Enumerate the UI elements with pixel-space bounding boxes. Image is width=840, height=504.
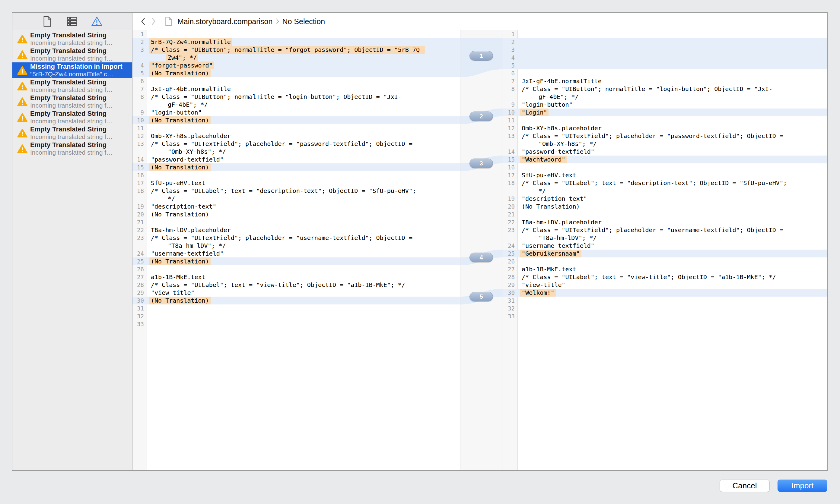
code-text: /* Class = "UILabel"; text = "descriptio…	[517, 179, 827, 187]
code-row: 31	[133, 304, 460, 312]
changed-text-highlight: /* Class = "UIButton"; normalTitle = "fo…	[149, 46, 425, 54]
line-number: 15	[502, 156, 517, 163]
code-row: "T8a-hm-lDV"; */	[133, 242, 460, 250]
code-text: /* Class = "UITextField"; placeholder = …	[147, 140, 460, 148]
issue-item[interactable]: Empty Translated StringIncoming translat…	[12, 78, 132, 94]
code-row: 26	[133, 265, 460, 273]
code-row: 18/* Class = "UILabel"; text = "descript…	[133, 187, 460, 195]
line-number: 15	[133, 163, 147, 171]
code-row: 30"Welkom!"	[502, 289, 827, 296]
line-number: 16	[502, 163, 517, 171]
code-row: 32	[133, 312, 460, 320]
back-button[interactable]	[138, 15, 148, 28]
code-row: 33	[133, 320, 460, 328]
issue-item[interactable]: Missing Translation in Import"5rB-7Q-Zw4…	[12, 62, 132, 78]
code-row: 17SfU-pu-eHV.text	[133, 179, 460, 187]
code-text	[147, 304, 460, 312]
line-number: 33	[133, 320, 147, 328]
changed-text-highlight: "Gebruikersnaam"	[520, 250, 581, 257]
line-number: 26	[502, 257, 517, 265]
issue-item[interactable]: Empty Translated StringIncoming translat…	[12, 94, 132, 109]
code-row: 5	[502, 61, 827, 69]
code-text: "view-title"	[147, 289, 460, 296]
code-row: 10(No Translation)	[133, 116, 460, 124]
line-number: 4	[133, 61, 147, 69]
line-number: 12	[133, 132, 147, 140]
issue-item[interactable]: Empty Translated StringIncoming translat…	[12, 31, 132, 47]
changed-text-highlight: 5rB-7Q-Zw4.normalTitle	[149, 38, 232, 46]
comparison-editor: 125rB-7Q-Zw4.normalTitle3/* Class = "UIB…	[133, 30, 827, 470]
code-row: 8/* Class = "UIButton"; normalTitle = "l…	[502, 85, 827, 93]
code-text: "username-textfield"	[517, 242, 827, 250]
line-number: 20	[502, 202, 517, 211]
code-row: 16	[133, 171, 460, 179]
import-button[interactable]: Import	[777, 480, 827, 492]
breadcrumb-selection[interactable]: No Selection	[282, 17, 325, 26]
line-number: 23	[502, 226, 517, 234]
code-row: 29"view-title"	[133, 289, 460, 296]
code-row: 26	[502, 257, 827, 265]
tab-file-document-icon[interactable]	[41, 16, 53, 27]
issue-item[interactable]: Empty Translated StringIncoming translat…	[12, 47, 132, 62]
code-row: 20(No Translation)	[133, 211, 460, 218]
breadcrumb-file[interactable]: Main.storyboard.comparison	[177, 17, 272, 26]
code-text: /* Class = "UIButton"; normalTitle = "fo…	[147, 46, 460, 54]
issue-item[interactable]: Empty Translated StringIncoming translat…	[12, 125, 132, 141]
navigator-tabs	[12, 13, 132, 30]
line-number: 8	[133, 93, 147, 101]
line-number: 17	[502, 171, 517, 179]
line-number: 2	[502, 38, 517, 46]
right-code-pane[interactable]: 1234567JxI-gF-4bE.normalTitle8/* Class =…	[502, 30, 827, 470]
code-text: "login-button"	[517, 101, 827, 109]
code-text: "Wachtwoord"	[517, 156, 827, 163]
line-number	[502, 187, 517, 195]
code-row: 31	[502, 296, 827, 304]
issue-subtitle: Incoming translated string f…	[30, 39, 113, 47]
code-text: "description-text"	[147, 202, 460, 211]
line-number: 28	[133, 281, 147, 289]
line-number: 31	[502, 296, 517, 304]
warning-icon	[17, 66, 28, 75]
changed-text-highlight: (No Translation)	[149, 257, 211, 265]
changed-text-highlight: (No Translation)	[149, 116, 211, 124]
code-text: */	[147, 195, 460, 202]
warning-icon	[17, 128, 28, 138]
tab-list-icon[interactable]	[66, 16, 78, 27]
code-row: 8/* Class = "UIButton"; normalTitle = "l…	[133, 93, 460, 101]
line-number: 7	[133, 85, 147, 93]
code-text: (No Translation)	[147, 296, 460, 304]
forward-button[interactable]	[148, 15, 158, 28]
issue-item[interactable]: Empty Translated StringIncoming translat…	[12, 141, 132, 157]
changed-text-highlight: "forgot-password"	[149, 61, 214, 69]
issue-item[interactable]: Empty Translated StringIncoming translat…	[12, 109, 132, 125]
changed-text-highlight: "Login"	[520, 109, 549, 116]
code-text: "Omb-XY-h8s"; */	[517, 140, 827, 148]
code-row: 27a1b-1B-MkE.text	[133, 273, 460, 281]
line-number: 19	[502, 195, 517, 202]
code-text: "Welkom!"	[517, 289, 827, 296]
issue-subtitle: Incoming translated string f…	[30, 55, 113, 62]
code-text: SfU-pu-eHV.text	[517, 171, 827, 179]
code-text: a1b-1B-MkE.text	[147, 273, 460, 281]
code-row: 12Omb-XY-h8s.placeholder	[502, 124, 827, 132]
code-text	[147, 30, 460, 38]
code-text: */	[517, 187, 827, 195]
line-number: 25	[502, 250, 517, 257]
line-number: 23	[133, 234, 147, 242]
cancel-button[interactable]: Cancel	[720, 480, 770, 492]
line-number: 13	[133, 140, 147, 148]
tab-warnings-icon[interactable]	[91, 16, 103, 27]
warning-icon	[17, 82, 28, 91]
code-row: 1	[133, 30, 460, 38]
code-text: T8a-hm-lDV.placeholder	[147, 226, 460, 234]
code-text	[147, 312, 460, 320]
line-number	[502, 140, 517, 148]
line-number: 16	[133, 171, 147, 179]
code-text	[517, 312, 827, 320]
line-number: 20	[133, 211, 147, 218]
code-row: 20(No Translation)	[502, 202, 827, 211]
diff-badge: 1	[469, 51, 493, 60]
changed-text-highlight: "Welkom!"	[520, 289, 556, 296]
left-code-pane[interactable]: 125rB-7Q-Zw4.normalTitle3/* Class = "UIB…	[133, 30, 460, 470]
code-text: gF-4bE"; */	[517, 93, 827, 101]
